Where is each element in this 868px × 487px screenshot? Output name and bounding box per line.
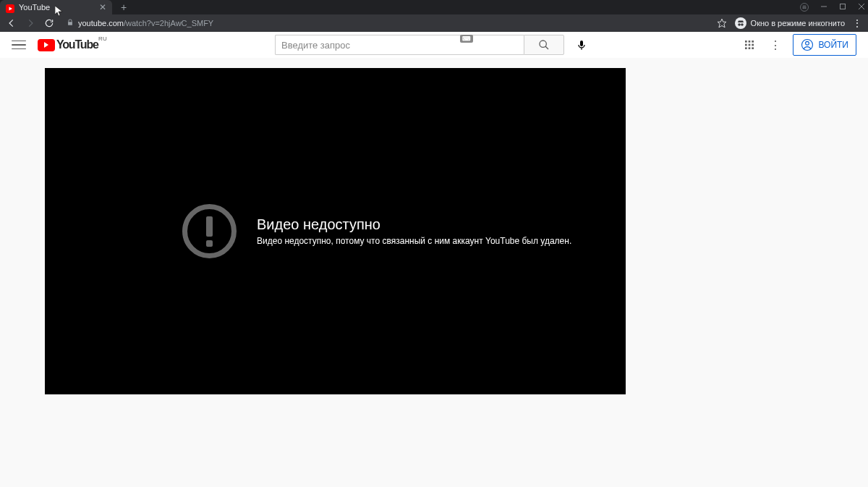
video-player: Видео недоступно Видео недоступно, потом…: [45, 68, 626, 394]
svg-rect-18: [745, 44, 747, 46]
svg-rect-19: [749, 44, 751, 46]
bookmark-star-icon[interactable]: [716, 17, 728, 29]
page-content: Видео недоступно Видео недоступно, потом…: [0, 58, 868, 487]
svg-point-12: [540, 41, 546, 47]
svg-marker-8: [718, 19, 726, 27]
window-close-icon[interactable]: [858, 3, 865, 12]
svg-line-13: [545, 46, 548, 49]
error-detail: Видео недоступно, потому что связанный с…: [257, 236, 571, 246]
youtube-favicon-icon: [6, 3, 14, 12]
svg-rect-5: [841, 4, 846, 9]
search-icon: [538, 39, 550, 51]
svg-point-9: [738, 23, 741, 26]
microphone-icon: [576, 39, 587, 51]
warning-icon: [182, 204, 237, 258]
svg-rect-23: [752, 47, 754, 49]
new-tab-button[interactable]: +: [116, 0, 131, 14]
user-icon: [801, 38, 814, 51]
browser-tab[interactable]: YouTube ✕: [0, 0, 112, 14]
browser-toolbar: youtube.com/watch?v=2hjAwC_SMFY Окно в р…: [0, 14, 868, 32]
window-minimize-icon[interactable]: [820, 3, 827, 12]
svg-rect-14: [581, 48, 582, 50]
url-host: youtube.com: [78, 19, 124, 27]
svg-point-10: [741, 23, 744, 26]
search-button[interactable]: [524, 35, 564, 55]
window-maximize-icon[interactable]: [839, 3, 846, 12]
nav-forward-icon: [25, 17, 36, 29]
guide-menu-icon[interactable]: [12, 38, 26, 52]
svg-point-25: [806, 41, 809, 45]
lock-icon: [67, 19, 74, 27]
svg-rect-22: [749, 47, 751, 49]
error-block: Видео недоступно Видео недоступно, потом…: [182, 204, 571, 258]
incognito-label: Окно в режиме инкогнито: [751, 19, 845, 27]
signin-button[interactable]: ВОЙТИ: [793, 34, 856, 56]
incognito-badge[interactable]: Окно в режиме инкогнито: [735, 17, 845, 29]
youtube-country-code: RU: [98, 35, 107, 42]
incognito-icon: [735, 17, 746, 29]
voice-search-button[interactable]: [570, 33, 593, 56]
youtube-logo-text: YouTube: [56, 38, 98, 51]
tab-title: YouTube: [19, 3, 95, 12]
svg-rect-21: [745, 47, 747, 49]
browser-tab-strip: YouTube ✕ +: [0, 0, 868, 14]
svg-rect-15: [745, 41, 747, 43]
settings-menu-icon[interactable]: ⋮: [767, 36, 784, 54]
address-bar[interactable]: youtube.com/watch?v=2hjAwC_SMFY: [67, 19, 213, 27]
nav-back-icon[interactable]: [6, 17, 17, 29]
nav-reload-icon[interactable]: [43, 17, 55, 29]
youtube-logo[interactable]: YouTube RU: [38, 38, 98, 51]
error-title: Видео недоступно: [257, 216, 571, 233]
signin-label: ВОЙТИ: [818, 40, 848, 50]
search-form: ⌨: [275, 35, 564, 55]
svg-rect-16: [749, 41, 751, 43]
svg-point-3: [804, 7, 807, 9]
svg-point-2: [802, 7, 804, 9]
svg-rect-17: [752, 41, 754, 43]
tab-close-icon[interactable]: ✕: [99, 3, 106, 12]
svg-rect-20: [752, 44, 754, 46]
youtube-masthead: YouTube RU ⌨ ⋮ ВОЙТИ: [0, 32, 868, 58]
incognito-indicator-icon: [800, 3, 809, 12]
browser-menu-icon[interactable]: ⋮: [852, 17, 862, 29]
svg-rect-11: [740, 25, 741, 25]
apps-grid-icon[interactable]: [741, 36, 758, 54]
search-input[interactable]: [275, 35, 524, 55]
youtube-play-icon: [38, 39, 55, 51]
url-path: /watch?v=2hjAwC_SMFY: [124, 19, 213, 27]
